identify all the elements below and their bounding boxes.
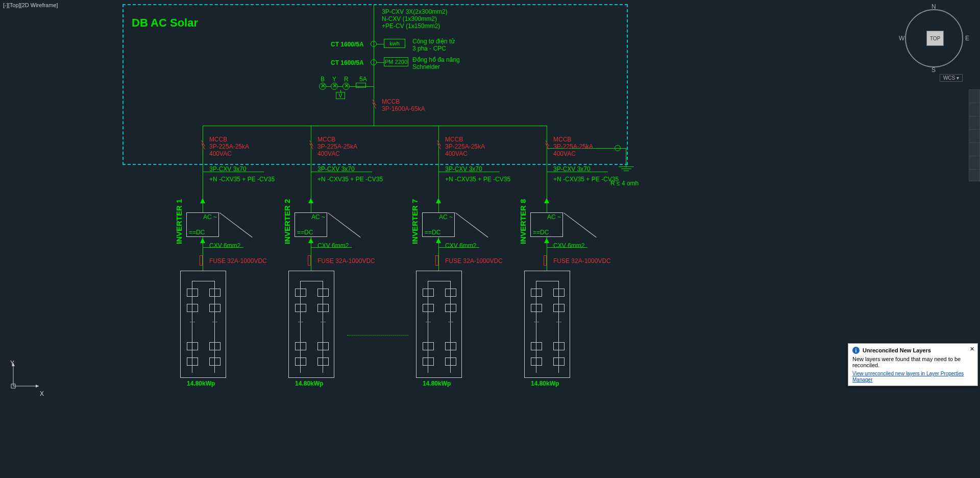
info-icon: i xyxy=(852,347,860,354)
db-ac-solar-panel xyxy=(122,4,628,165)
b4-mccb-l3: 400VAC xyxy=(553,150,576,157)
b1-fuse xyxy=(200,255,203,266)
b1-mccb-l1: MCCB xyxy=(209,136,227,143)
inv2-ac: AC ~ xyxy=(311,213,325,221)
phase-r: R xyxy=(344,76,349,83)
kwh-desc2: 3 pha - CPC xyxy=(412,45,446,52)
b1-mccb-l2: 3P-225A-25kA xyxy=(209,143,249,150)
main-mccb-l1: MCCB xyxy=(382,98,400,105)
b3-cxv: CXV 6mm2 xyxy=(445,242,476,249)
notif-title: Unreconciled New Layers xyxy=(863,347,931,353)
pm-desc1: Đồng hồ đa năng xyxy=(412,56,460,63)
b2-fuse xyxy=(308,255,311,266)
voltmeter: V xyxy=(336,92,345,99)
b4-cable-l2: +N -CXV35 + PE -CV35 xyxy=(553,176,619,183)
ct1-coil xyxy=(371,41,377,47)
viewcube-top[interactable]: TOP xyxy=(926,31,944,46)
main-mccb-l2: 3P-1600A-65kA xyxy=(382,105,425,112)
b2-cxv: CXV 6mm2 xyxy=(317,242,349,249)
inv7-ac: AC ~ xyxy=(439,213,453,221)
phase-5a: 5A xyxy=(359,76,367,83)
close-icon[interactable]: ✕ xyxy=(970,346,974,352)
viewcube[interactable]: TOP N S W E xyxy=(901,5,967,71)
inv2-dc: ==DC xyxy=(297,229,313,236)
b2-mccb-l3: 400VAC xyxy=(317,150,340,157)
b3-cable-l2: +N -CXV35 + PE -CV35 xyxy=(445,176,510,183)
b1-cable-l2: +N -CXV35 + PE -CV35 xyxy=(209,176,275,183)
b4-fuse-label: FUSE 32A-1000VDC xyxy=(553,257,611,265)
inverter-2-label: INVERTER 2 xyxy=(283,199,291,244)
b3-mccb-l1: MCCB xyxy=(445,136,463,143)
ground-symbol xyxy=(619,166,634,171)
b2-fuse-label: FUSE 32A-1000VDC xyxy=(317,257,375,265)
b2-kwp: 14.80kWp xyxy=(295,380,323,387)
ground-node xyxy=(615,145,621,151)
b4-mccb-l1: MCCB xyxy=(553,136,571,143)
b4-kwp: 14.80kWp xyxy=(531,380,559,387)
inverter-8-label: INVERTER 8 xyxy=(519,199,527,244)
b2-mccb-l2: 3P-225A-25kA xyxy=(317,143,357,150)
b3-mccb-l3: 400VAC xyxy=(445,150,468,157)
ucs-y: Y xyxy=(10,360,14,367)
b4-mccb-l2: 3P-225A-25kA xyxy=(553,143,593,150)
b1-fuse-label: FUSE 32A-1000VDC xyxy=(209,257,267,265)
pm-meter: PM 2200 xyxy=(384,57,408,66)
b4-fuse xyxy=(544,255,547,266)
kwh-desc1: Công tơ điện tử xyxy=(412,38,455,45)
nav-bar[interactable] xyxy=(969,89,980,181)
inverter-1-label: INVERTER 1 xyxy=(175,199,183,244)
viewcube-w[interactable]: W xyxy=(899,35,904,42)
kwh-meter: kwh xyxy=(384,39,405,48)
phase-b: B xyxy=(321,76,325,83)
b1-kwp: 14.80kWp xyxy=(187,380,215,387)
b1-mccb-l3: 400VAC xyxy=(209,150,232,157)
b1-cxv: CXV 6mm2 xyxy=(209,242,240,249)
viewport-label[interactable]: [-][Top][2D Wireframe] xyxy=(3,2,58,8)
pm-desc2: Schneider xyxy=(412,63,440,70)
b3-cable-l1: 3P-CXV 3x70 xyxy=(445,165,482,173)
panel-title: DB AC Solar xyxy=(132,16,198,30)
svg-marker-2 xyxy=(36,385,39,388)
inv1-ac: AC ~ xyxy=(203,213,217,221)
viewcube-s[interactable]: S xyxy=(932,66,936,74)
b3-kwp: 14.80kWp xyxy=(423,380,451,387)
b2-cable-l2: +N -CXV35 + PE -CV35 xyxy=(317,176,383,183)
ct2-label: CT 1600/5A xyxy=(331,59,364,66)
b4-cable-l1: 3P-CXV 3x70 xyxy=(553,165,591,173)
inv1-dc: ==DC xyxy=(189,229,205,236)
inv8-dc: ==DC xyxy=(533,229,549,236)
b3-fuse-label: FUSE 32A-1000VDC xyxy=(445,257,503,265)
b2-cable-l1: 3P-CXV 3x70 xyxy=(317,165,355,173)
b1-cable-l1: 3P-CXV 3x70 xyxy=(209,165,247,173)
viewcube-n[interactable]: N xyxy=(932,3,936,10)
b3-mccb-l2: 3P-225A-25kA xyxy=(445,143,485,150)
inv8-ac: AC ~ xyxy=(547,213,561,221)
notif-link[interactable]: View unreconciled new layers in Layer Pr… xyxy=(852,371,964,383)
main-cable-l1: 3P-CXV 3X(2x300mm2) xyxy=(382,8,448,15)
ct1-label: CT 1600/5A xyxy=(331,41,364,48)
inv7-dc: ==DC xyxy=(425,229,440,236)
notif-body: New layers were found that may need to b… xyxy=(852,356,973,368)
continuation-dots xyxy=(347,335,408,336)
wcs-dropdown[interactable]: WCS ▾ xyxy=(940,74,963,82)
b3-fuse xyxy=(435,255,438,266)
inverter-7-label: INVERTER 7 xyxy=(410,199,419,244)
b4-cxv: CXV 6mm2 xyxy=(553,242,584,249)
notification-popup: ✕ iUnreconciled New Layers New layers we… xyxy=(848,343,978,386)
fuse-5a xyxy=(356,83,366,88)
ct2-coil xyxy=(371,59,377,65)
viewcube-e[interactable]: E xyxy=(965,35,969,42)
main-cable-l3: +PE-CV (1x150mm2) xyxy=(382,22,440,30)
ucs-x: X xyxy=(40,390,44,397)
main-cable-l2: N-CXV (1x300mm2) xyxy=(382,15,437,22)
phase-y: Y xyxy=(332,76,336,83)
b2-mccb-l1: MCCB xyxy=(317,136,335,143)
